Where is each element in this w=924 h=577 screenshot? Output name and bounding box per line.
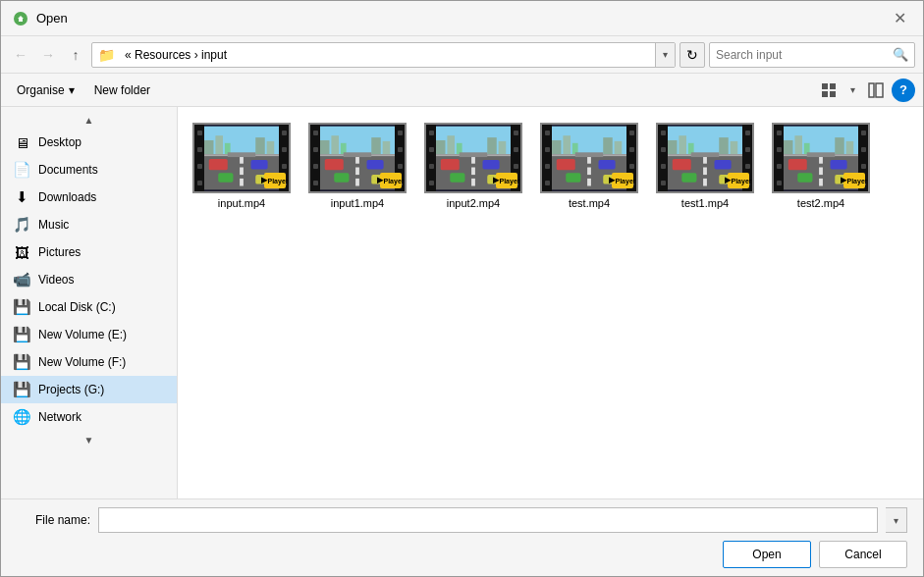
help-button[interactable]: ?: [892, 79, 915, 102]
app-icon: [13, 11, 28, 26]
back-button[interactable]: ←: [9, 43, 32, 67]
search-icon: 🔍: [887, 47, 914, 62]
sidebar-label-network: Network: [38, 410, 82, 424]
organise-label: Organise: [17, 83, 65, 97]
svg-rect-72: [668, 140, 678, 154]
sidebar-item-new-volume-e[interactable]: 💾 New Volume (E:): [1, 321, 177, 348]
svg-rect-5: [869, 83, 874, 97]
toolbar2-right: ▾ ?: [815, 78, 915, 103]
sidebar-label-documents: Documents: [38, 163, 98, 177]
sidebar-item-documents[interactable]: 📄 Documents: [1, 156, 177, 184]
organise-dropdown-icon: ▾: [69, 83, 75, 97]
sidebar-item-projects-g[interactable]: 💾 Projects (G:): [1, 376, 177, 403]
svg-rect-68: [566, 173, 580, 183]
sidebar-icon-pictures: 🖼: [13, 243, 30, 261]
filename-input[interactable]: [98, 507, 878, 533]
svg-rect-64: [587, 179, 591, 186]
close-button[interactable]: ✕: [888, 7, 911, 30]
svg-rect-30: [355, 156, 359, 164]
view-button[interactable]: [815, 78, 842, 103]
sidebar-label-projects-g: Projects (G:): [38, 383, 104, 396]
sidebar-item-music[interactable]: 🎵 Music: [1, 211, 177, 238]
svg-rect-34: [325, 159, 344, 170]
file-item-input-mp4[interactable]: ▶Player input.mp4: [188, 117, 296, 215]
file-item-test1-mp4[interactable]: ▶Player test1.mp4: [651, 117, 759, 215]
sidebar-item-network[interactable]: 🌐 Network: [1, 403, 177, 431]
filename-label: File name:: [17, 513, 90, 527]
svg-rect-24: [320, 140, 330, 154]
file-item-input2-mp4[interactable]: ▶Player input2.mp4: [419, 117, 527, 215]
sidebar-item-pictures[interactable]: 🖼 Pictures: [1, 238, 177, 266]
up-button[interactable]: ↑: [64, 43, 87, 67]
svg-rect-95: [819, 168, 823, 176]
sidebar-scroll-down[interactable]: ▼: [1, 431, 177, 448]
file-item-test-mp4[interactable]: ▶Player test.mp4: [535, 117, 643, 215]
svg-rect-31: [355, 168, 359, 176]
svg-rect-88: [784, 140, 793, 154]
svg-rect-4: [830, 91, 836, 97]
play-badge-input-mp4: ▶Player: [264, 173, 286, 188]
cancel-button[interactable]: Cancel: [819, 541, 907, 568]
svg-rect-41: [447, 135, 455, 154]
svg-rect-18: [209, 159, 228, 170]
svg-rect-38: [344, 152, 372, 157]
svg-rect-22: [228, 152, 256, 157]
svg-rect-94: [819, 156, 823, 164]
organise-button[interactable]: Organise ▾: [9, 80, 82, 100]
sidebar-label-downloads: Downloads: [38, 190, 96, 204]
svg-rect-51: [483, 160, 500, 170]
svg-rect-1: [822, 83, 828, 89]
sidebar-item-new-volume-f[interactable]: 💾 New Volume (F:): [1, 348, 177, 376]
svg-rect-86: [691, 152, 720, 157]
sidebar-item-desktop[interactable]: 🖥 Desktop: [1, 129, 177, 156]
svg-rect-57: [563, 135, 571, 154]
svg-rect-59: [603, 137, 613, 154]
sidebar-item-local-disk[interactable]: 💾 Local Disk (C:): [1, 293, 177, 321]
sidebar-scroll-up[interactable]: ▲: [1, 111, 177, 129]
svg-rect-16: [240, 179, 244, 186]
file-item-input1-mp4[interactable]: ▶Player input1.mp4: [303, 117, 411, 215]
sidebar-item-videos[interactable]: 📹 Videos: [1, 266, 177, 293]
view-dropdown-button[interactable]: ▾: [844, 78, 860, 103]
forward-button[interactable]: →: [36, 43, 60, 67]
sidebar-icon-music: 🎵: [13, 216, 30, 234]
svg-rect-15: [240, 168, 244, 176]
svg-rect-96: [819, 179, 823, 186]
sidebar-label-new-volume-f: New Volume (F:): [38, 355, 126, 369]
title-bar-left: Open: [13, 11, 68, 26]
pane-button[interactable]: [862, 78, 890, 103]
svg-rect-66: [557, 159, 575, 170]
refresh-button[interactable]: ↻: [679, 42, 705, 68]
search-bar[interactable]: 🔍: [709, 42, 915, 68]
file-name-test1-mp4: test1.mp4: [681, 197, 729, 209]
address-bar[interactable]: 📁 « Resources › input ▾: [91, 42, 676, 68]
filename-dropdown-button[interactable]: ▾: [886, 507, 907, 533]
svg-rect-9: [215, 135, 223, 154]
svg-rect-44: [499, 141, 507, 154]
sidebar-label-music: Music: [38, 218, 69, 232]
search-input[interactable]: [710, 48, 887, 62]
new-folder-button[interactable]: New folder: [86, 80, 158, 100]
buttons-row: Open Cancel: [17, 541, 907, 568]
svg-rect-99: [831, 160, 847, 170]
file-item-test2-mp4[interactable]: ▶Player test2.mp4: [767, 117, 875, 215]
nav-toolbar: ← → ↑ 📁 « Resources › input ▾ ↻ 🔍: [1, 36, 923, 74]
sidebar-item-downloads[interactable]: ⬇ Downloads: [1, 184, 177, 211]
film-strip-left-test2-mp4: [774, 125, 784, 191]
svg-rect-12: [267, 141, 275, 154]
svg-rect-75: [719, 137, 729, 154]
svg-rect-83: [715, 160, 732, 170]
svg-rect-50: [441, 159, 460, 170]
address-dropdown-button[interactable]: ▾: [655, 42, 675, 68]
file-name-input2-mp4: input2.mp4: [447, 197, 500, 209]
svg-rect-25: [331, 135, 339, 154]
open-button[interactable]: Open: [723, 541, 811, 568]
svg-rect-67: [599, 160, 616, 170]
play-badge-test1-mp4: ▶Player: [728, 173, 749, 188]
film-strip-left-input-mp4: [194, 125, 204, 191]
sidebar-icon-network: 🌐: [13, 408, 30, 426]
svg-rect-62: [587, 156, 591, 164]
svg-rect-32: [355, 179, 359, 186]
sidebar-label-new-volume-e: New Volume (E:): [38, 328, 127, 341]
sidebar-icon-new-volume-e: 💾: [13, 326, 30, 343]
